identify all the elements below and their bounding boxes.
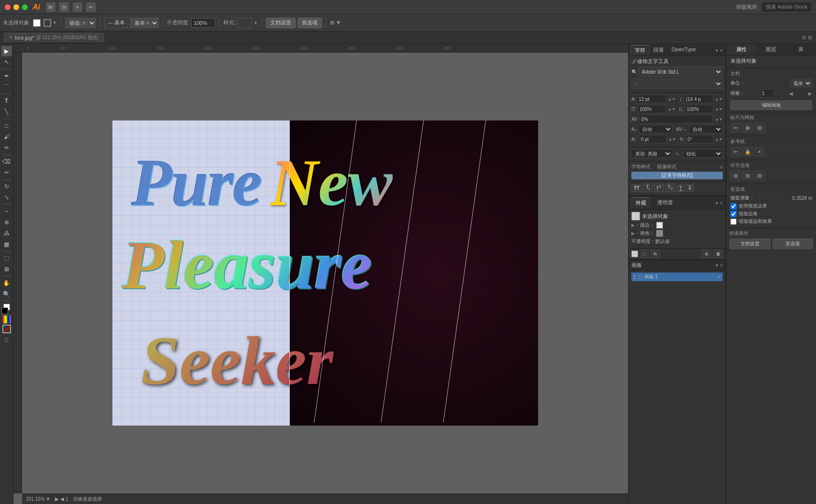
tab-properties[interactable]: 属性 bbox=[727, 44, 756, 55]
fontsize-input[interactable] bbox=[637, 95, 666, 103]
artboard-goto-icon[interactable]: ↗ bbox=[717, 274, 721, 280]
interpolate-dropdown[interactable]: 插值: ▿ bbox=[65, 18, 96, 28]
tab-appearance[interactable]: 外观 bbox=[631, 197, 651, 208]
stock-icon[interactable]: St bbox=[59, 2, 69, 12]
tt-strikethrough[interactable]: T bbox=[686, 185, 694, 192]
preferences-btn[interactable]: 首选项 bbox=[298, 18, 322, 28]
grid2-icon-btn[interactable]: ⊟ bbox=[754, 123, 765, 132]
select-tool[interactable]: ▶ bbox=[1, 46, 12, 56]
snap-right-btn[interactable]: ⊟ bbox=[754, 171, 765, 180]
tt-sub[interactable]: TT bbox=[665, 184, 675, 192]
appear-fill-arrow[interactable]: ▶ bbox=[631, 231, 635, 236]
opacity-input[interactable] bbox=[191, 18, 215, 28]
appear-stroke-expand[interactable]: › bbox=[637, 223, 638, 228]
tab-layers[interactable]: 图层 bbox=[756, 44, 786, 55]
tab-close-icon[interactable]: ✕ bbox=[9, 35, 13, 40]
qa-doc-settings-btn[interactable]: 文档设置 bbox=[729, 239, 771, 249]
color-swatch-area[interactable] bbox=[1, 304, 12, 314]
ruler-icon-btn[interactable]: ⊢ bbox=[730, 123, 741, 132]
doc-settings-btn[interactable]: 文档设置 bbox=[266, 18, 296, 28]
snap-center-btn[interactable]: ⊟ bbox=[742, 171, 753, 180]
style-menu-icon[interactable]: ≡ bbox=[720, 164, 723, 170]
minimize-button[interactable] bbox=[13, 4, 19, 10]
fontsize-spinner[interactable]: ▲▼ bbox=[668, 97, 676, 101]
close-button[interactable] bbox=[5, 4, 11, 10]
kerning2-select[interactable]: 自动 bbox=[689, 125, 723, 133]
tab-transparency[interactable]: 透明度 bbox=[653, 197, 677, 208]
artboard-nav-prev[interactable]: ◀ bbox=[789, 91, 793, 96]
warp-tool[interactable]: ~ bbox=[1, 206, 12, 217]
appear-menu-icon[interactable]: ≡ bbox=[720, 200, 723, 206]
qa-preferences-btn[interactable]: 首选项 bbox=[772, 239, 814, 249]
appear-collapse-icon[interactable]: ▾ bbox=[716, 200, 718, 206]
panel-collapse-icon[interactable]: ▾ bbox=[716, 48, 718, 53]
guide-show-btn[interactable]: ⊢ bbox=[730, 147, 741, 156]
none-fill[interactable] bbox=[2, 325, 11, 333]
zoom-tool[interactable]: 🔍 bbox=[1, 289, 12, 299]
type-tool[interactable]: T bbox=[1, 96, 12, 106]
tt-italic[interactable]: Tt bbox=[643, 184, 652, 192]
appear-fill-swatch[interactable] bbox=[656, 230, 663, 237]
fx-effect-btn[interactable]: fx bbox=[651, 250, 660, 258]
fx-copy-btn[interactable]: ⧉ bbox=[702, 250, 711, 258]
canvas-area[interactable]: 0 50 100 150 200 250 300 350 400 450 bbox=[13, 44, 628, 504]
stroke-swatch[interactable] bbox=[44, 19, 51, 27]
paintbrush-tool[interactable]: 🖌 bbox=[1, 131, 12, 142]
tab-library[interactable]: 库 bbox=[786, 44, 816, 55]
active-tab[interactable]: ✕ font.jpg* @ 151.15% (RGB/GPU 预览) bbox=[4, 33, 104, 42]
fx-add-btn[interactable]: □ bbox=[640, 250, 649, 258]
panel-menu-icon[interactable]: ≡ bbox=[720, 48, 723, 53]
style-swatch-area[interactable] bbox=[237, 18, 252, 28]
scale-stroke-checkbox[interactable] bbox=[730, 219, 737, 225]
appear-stroke-swatch[interactable] bbox=[656, 222, 663, 229]
bridge-icon[interactable]: Br bbox=[46, 2, 55, 12]
appear-main-swatch[interactable] bbox=[631, 212, 640, 220]
tracking-input[interactable] bbox=[640, 115, 714, 123]
leading-input[interactable] bbox=[684, 95, 713, 103]
stroke-area[interactable]: ▼ bbox=[44, 19, 57, 27]
curvature-tool[interactable]: ⌒ bbox=[1, 82, 12, 92]
tt-underline[interactable]: T bbox=[677, 185, 684, 192]
artboard-menu-icon[interactable]: ≡ bbox=[720, 263, 723, 268]
scissors-tool[interactable]: ✂ bbox=[1, 167, 12, 178]
scalev-spinner[interactable]: ▲▼ bbox=[715, 107, 723, 111]
rect-tool[interactable]: □ bbox=[1, 121, 12, 131]
kerning1-select[interactable]: 自动 bbox=[639, 125, 673, 133]
rotation-input[interactable] bbox=[685, 135, 713, 143]
edit-artboard-btn[interactable]: 编辑画板 bbox=[730, 100, 812, 110]
tab-character[interactable]: 字符 bbox=[630, 45, 650, 55]
artboard-tool[interactable]: ⬚ bbox=[1, 253, 12, 263]
maximize-button[interactable] bbox=[22, 4, 28, 10]
eraser-tool[interactable]: ⌫ bbox=[1, 156, 12, 167]
scaleh-input[interactable] bbox=[638, 105, 666, 113]
grid-icon-btn[interactable]: ⊞ bbox=[742, 123, 753, 132]
tab-paragraph[interactable]: 段落 bbox=[650, 45, 668, 55]
tt-bold[interactable]: TT bbox=[631, 185, 642, 192]
direct-select-tool[interactable]: ↖ bbox=[1, 57, 12, 67]
fx-delete-btn[interactable]: 🗑 bbox=[713, 250, 723, 258]
pencil-tool[interactable]: ✏ bbox=[1, 142, 12, 153]
arrange-icon[interactable]: ⊞ ▼ bbox=[330, 20, 341, 26]
pen-tool[interactable]: ✒ bbox=[1, 71, 12, 81]
rotate-tool[interactable]: ↻ bbox=[1, 181, 12, 192]
lang-select[interactable]: 英语: 美国 bbox=[631, 149, 672, 158]
scale-corners-checkbox[interactable] bbox=[730, 211, 737, 217]
tab-arrange-icon[interactable]: ⊟ bbox=[802, 34, 806, 41]
unit-select[interactable]: 毫米 bbox=[790, 79, 812, 88]
zoom-level[interactable]: 151.15% ▼ bbox=[26, 496, 50, 502]
tt-super[interactable]: TT bbox=[654, 184, 664, 192]
scale-tool[interactable]: ⤡ bbox=[1, 192, 12, 203]
pen-icon[interactable]: ✏ bbox=[86, 2, 96, 12]
tab-fullscreen-icon[interactable]: ⊞ bbox=[808, 34, 812, 41]
basic-dropdown[interactable]: 基本 ▿ bbox=[130, 18, 159, 28]
guide-add-btn[interactable]: + bbox=[754, 147, 765, 156]
font-style-select[interactable]: - bbox=[631, 78, 723, 89]
appear-stroke-arrow[interactable]: ▶ bbox=[631, 223, 635, 228]
sharp-select[interactable]: 锐化 bbox=[683, 149, 723, 158]
arrange-menu[interactable]: 排版规则 bbox=[736, 3, 757, 11]
font-select[interactable]: Adobe 宋体 Std L bbox=[638, 66, 723, 77]
rotation-spinner[interactable]: ▲▼ bbox=[715, 137, 723, 142]
column-graph-tool[interactable]: ▦ bbox=[1, 239, 12, 250]
style-arrow[interactable]: ▼ bbox=[254, 21, 258, 25]
line-tool[interactable]: ╲ bbox=[1, 107, 12, 117]
